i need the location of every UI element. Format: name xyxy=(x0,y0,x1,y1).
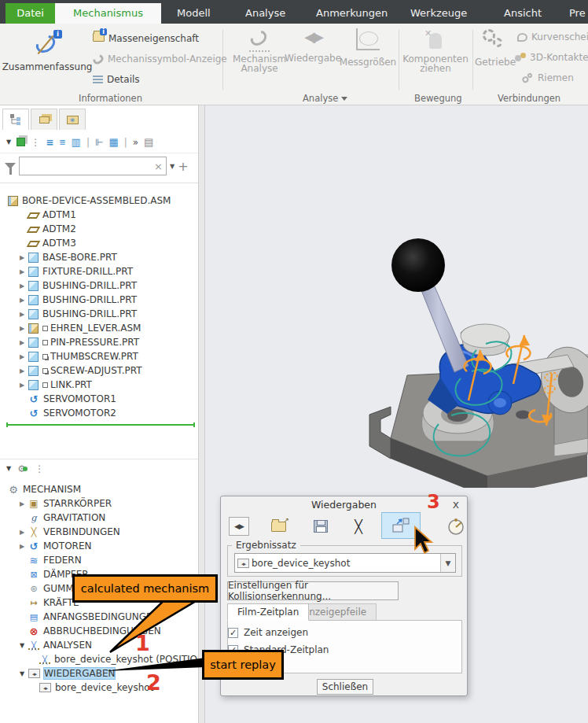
collapse-all-icon[interactable]: ≡ xyxy=(59,138,65,146)
tree-item[interactable]: ▶BASE-BORE.PRT xyxy=(0,250,198,264)
mech-settings-icon[interactable]: ⚙ xyxy=(17,463,28,474)
expand-arrow-icon[interactable]: ▶ xyxy=(16,382,28,389)
tree-item[interactable]: ▶SCREW-ADJUST.PRT xyxy=(0,363,198,378)
tree-table-icon[interactable]: ▦ xyxy=(108,136,118,148)
clear-search-icon[interactable]: × xyxy=(154,160,166,172)
tree-item[interactable]: ▶EHREN_LEVER.ASM xyxy=(0,321,198,335)
tree-item-label[interactable]: bore_device_keyshot (POSITION) xyxy=(54,654,208,665)
tree-item-label[interactable]: GRAVITATION xyxy=(43,512,105,523)
tree-item[interactable]: GRAVITATION xyxy=(0,511,198,525)
tab-anmerkungen[interactable]: Anmerkungen xyxy=(316,3,388,24)
group-informationen[interactable]: Informationen xyxy=(79,93,142,104)
tree-item[interactable]: BORE-DEVICE-ASSEMBLED.ASM xyxy=(0,194,198,208)
group-bewegung[interactable]: Bewegung xyxy=(414,93,462,104)
tree-item[interactable]: ▶VERBINDUNGEN xyxy=(0,525,198,539)
tree-item[interactable]: SERVOMOTOR1 xyxy=(0,392,198,406)
overflow-dots-icon[interactable]: ⋮ xyxy=(31,137,40,148)
tree-item-label[interactable]: BUSHING-DRILL.PRT xyxy=(42,308,137,319)
mass-properties-button[interactable]: i Masseneigenschaft xyxy=(93,33,199,44)
tab-mechanismus[interactable]: Mechanismus xyxy=(55,3,161,24)
mechanism-symbol-display-button[interactable]: Mechanissymbol-Anzeige xyxy=(93,53,227,65)
details-button[interactable]: Details xyxy=(93,74,140,85)
tree-item[interactable]: ADTM2 xyxy=(0,222,198,236)
filter-funnel-icon[interactable] xyxy=(5,163,16,169)
expand-all-icon[interactable]: ≡ xyxy=(46,137,53,148)
tree-filter-icon[interactable]: ⊩ xyxy=(95,137,103,148)
tree-columns-icon[interactable]: ▥ xyxy=(72,136,81,148)
tree-item-label[interactable]: PIN-PRESSURE.PRT xyxy=(50,337,139,348)
tree-item-label[interactable]: BASE-BORE.PRT xyxy=(42,252,117,263)
search-dropdown-icon[interactable]: ▼ xyxy=(170,163,175,170)
tree-item[interactable]: ▶BUSHING-DRILL.PRT xyxy=(0,293,198,307)
measures-button[interactable]: Messgrößen xyxy=(340,28,396,68)
tab-modell[interactable]: Modell xyxy=(177,3,211,24)
more-chevrons-icon[interactable]: » xyxy=(133,137,138,148)
close-button[interactable]: Schließen xyxy=(317,679,373,695)
expand-arrow-icon[interactable]: ▶ xyxy=(16,268,28,275)
expand-arrow-icon[interactable]: ▼ xyxy=(16,642,28,649)
3d-model[interactable] xyxy=(322,216,588,488)
tree-item-label[interactable]: STARRKÖRPER xyxy=(43,498,112,509)
folder-browser-tab[interactable] xyxy=(31,109,57,130)
tree-item-label[interactable]: SERVOMOTOR2 xyxy=(43,408,116,419)
tree-item[interactable]: ▼ANALYSEN xyxy=(0,638,198,652)
tree-item-label[interactable]: ANALYSEN xyxy=(43,640,92,651)
tree-item[interactable]: bore_device_keyshot (POSITION) xyxy=(0,652,198,666)
tree-search-input[interactable] xyxy=(20,158,154,174)
panel-splitter[interactable] xyxy=(198,105,205,723)
tree-item[interactable]: ▶BUSHING-DRILL.PRT xyxy=(0,307,198,321)
tree-item[interactable]: SERVOMOTOR2 xyxy=(0,406,198,420)
group-analyse[interactable]: Analyse xyxy=(303,93,347,104)
tree-item[interactable]: ▶BUSHING-DRILL.PRT xyxy=(0,279,198,293)
tree-item-label[interactable]: BUSHING-DRILL.PRT xyxy=(42,280,137,291)
tree-item[interactable]: MECHANISM xyxy=(0,482,198,496)
tree-item[interactable]: ▶FIXTURE-DRILL.PRT xyxy=(0,264,198,279)
expand-arrow-icon[interactable]: ▶ xyxy=(16,543,28,550)
tree-item[interactable]: ▶PIN-PRESSURE.PRT xyxy=(0,335,198,349)
tree-item-label[interactable]: FIXTURE-DRILL.PRT xyxy=(42,266,133,277)
tree-item-label[interactable]: WIEDERGABEN xyxy=(44,668,115,679)
tree-item-label[interactable]: LINK.PRT xyxy=(50,379,92,390)
expand-arrow-icon[interactable]: ▶ xyxy=(16,529,28,536)
gears-button[interactable]: Getriebe xyxy=(476,28,514,68)
tree-item[interactable]: ANFANGSBEDINGUNGEN xyxy=(0,610,198,624)
tree-item-label[interactable]: FEDERN xyxy=(43,555,82,566)
tree-item-label[interactable]: SCREW-ADJUST.PRT xyxy=(50,365,142,376)
tree-item-label[interactable]: BORE-DEVICE-ASSEMBLED.ASM xyxy=(22,195,171,206)
tree-item-label[interactable]: ANFANGSBEDINGUNGEN xyxy=(43,611,160,622)
expand-arrow-icon[interactable]: ▶ xyxy=(16,254,28,261)
dialog-save-button[interactable] xyxy=(311,517,331,536)
mech-overflow-dots-icon[interactable]: ⋮ xyxy=(35,463,44,474)
tree-item[interactable]: ▶LINK.PRT xyxy=(0,378,198,392)
tree-item-label[interactable]: VERBINDUNGEN xyxy=(43,526,120,537)
dialog-play-button[interactable]: ◀▶ xyxy=(229,517,249,536)
expand-arrow-icon[interactable]: ▶ xyxy=(16,500,28,507)
tree-item-label[interactable]: EHREN_LEVER.ASM xyxy=(50,323,141,334)
show-cube-icon[interactable] xyxy=(17,138,25,146)
tree-item-label[interactable]: THUMBSCREW.PRT xyxy=(50,351,138,362)
tree-item-label[interactable]: MOTOREN xyxy=(43,540,91,551)
group-verbindungen[interactable]: Verbindungen xyxy=(498,93,560,104)
model-tree-tab[interactable] xyxy=(2,109,29,130)
expand-arrow-icon[interactable]: ▶ xyxy=(16,367,28,374)
tree-item[interactable]: bore_device_keyshot xyxy=(0,681,198,695)
mech-menu-arrow-icon[interactable]: ▼ xyxy=(6,465,11,472)
expand-arrow-icon[interactable]: ▶ xyxy=(16,339,28,346)
cams-button[interactable]: Kurvenscheib xyxy=(517,31,588,42)
tree-item[interactable]: ADTM1 xyxy=(0,208,198,222)
tree-item-label[interactable]: ADTM3 xyxy=(42,238,76,249)
tree-item[interactable]: ADTM3 xyxy=(0,236,198,250)
tab-werkzeuge[interactable]: Werkzeuge xyxy=(410,3,467,24)
tree-menu-arrow-icon[interactable]: ▼ xyxy=(6,138,11,146)
collision-settings-button[interactable]: Einstellungen für Kollisionserkennung... xyxy=(227,581,399,600)
expand-arrow-icon[interactable]: ▶ xyxy=(16,297,28,304)
playback-ribbon-button[interactable]: ◀▶ Wiedergabe xyxy=(288,28,338,64)
settings-doc-icon[interactable]: ▤ xyxy=(144,136,153,148)
contacts-3d-button[interactable]: 3D-Kontakte xyxy=(515,52,588,63)
tree-item[interactable]: ▶MOTOREN xyxy=(0,539,198,553)
tree-item[interactable]: ABBRUCHBEDINGUNGEN xyxy=(0,624,198,638)
add-filter-icon[interactable]: + xyxy=(178,159,188,174)
expand-arrow-icon[interactable]: ▶ xyxy=(16,282,28,290)
dialog-export-movie-button[interactable] xyxy=(381,512,421,539)
result-set-combobox[interactable]: bore_device_keyshot ▼ xyxy=(234,553,456,573)
